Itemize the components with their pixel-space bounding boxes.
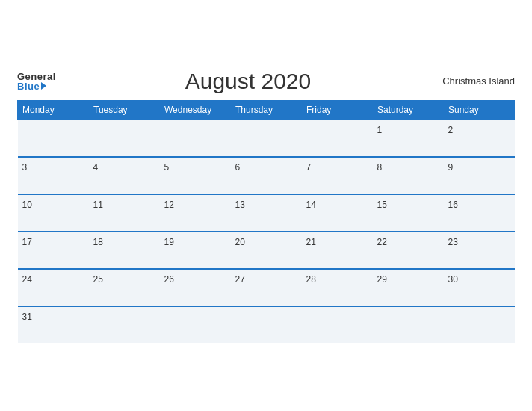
calendar-day-cell: 7: [302, 157, 373, 194]
calendar-day-cell: [89, 306, 160, 343]
calendar-day-cell: [160, 120, 231, 157]
day-number: 28: [306, 274, 316, 285]
calendar-day-cell: 19: [160, 232, 231, 269]
calendar-body: 1234567891011121314151617181920212223242…: [18, 120, 515, 343]
calendar-day-cell: 29: [373, 269, 444, 306]
calendar-day-cell: 16: [444, 194, 515, 232]
day-number: 8: [377, 162, 383, 173]
day-number: 1: [377, 125, 383, 135]
calendar-day-cell: 24: [18, 269, 89, 306]
day-number: 26: [164, 274, 174, 285]
day-number: 3: [22, 162, 28, 173]
calendar-day-cell: 4: [89, 157, 160, 194]
day-number: 15: [377, 200, 387, 210]
calendar-day-cell: [18, 120, 89, 157]
calendar-week-row: 17181920212223: [18, 232, 515, 269]
calendar-wrapper: General Blue August 2020 Christmas Islan…: [8, 61, 524, 350]
logo-blue-text: Blue: [17, 81, 46, 91]
header-wednesday: Wednesday: [160, 100, 231, 120]
calendar-day-cell: 28: [302, 269, 373, 306]
calendar-day-cell: 26: [160, 269, 231, 306]
calendar-day-cell: [160, 306, 231, 343]
header-saturday: Saturday: [373, 100, 444, 120]
calendar-week-row: 3456789: [18, 157, 515, 194]
day-number: 11: [93, 200, 103, 210]
calendar-week-row: 31: [18, 306, 515, 343]
calendar-day-cell: 13: [231, 194, 302, 232]
day-number: 2: [448, 125, 454, 135]
calendar-day-cell: 30: [444, 269, 515, 306]
calendar-day-cell: [231, 120, 302, 157]
calendar-title: August 2020: [56, 69, 440, 94]
calendar-day-cell: 12: [160, 194, 231, 232]
calendar-day-cell: 8: [373, 157, 444, 194]
calendar-day-cell: 11: [89, 194, 160, 232]
day-number: 25: [93, 274, 103, 285]
day-number: 4: [93, 162, 99, 173]
day-number: 30: [448, 274, 458, 285]
logo-triangle-icon: [41, 82, 46, 90]
day-number: 20: [235, 237, 245, 247]
day-number: 12: [164, 200, 174, 210]
day-number: 10: [22, 200, 32, 210]
calendar-day-cell: 14: [302, 194, 373, 232]
day-number: 31: [22, 312, 32, 322]
calendar-day-cell: 6: [231, 157, 302, 194]
location-label: Christmas Island: [440, 75, 515, 87]
calendar-day-cell: 21: [302, 232, 373, 269]
day-number: 21: [306, 237, 316, 247]
header-friday: Friday: [302, 100, 373, 120]
day-number: 24: [22, 274, 32, 285]
calendar-day-cell: 25: [89, 269, 160, 306]
calendar-day-cell: 20: [231, 232, 302, 269]
calendar-day-cell: 17: [18, 232, 89, 269]
calendar-day-cell: 27: [231, 269, 302, 306]
day-number: 6: [235, 162, 241, 173]
calendar-week-row: 24252627282930: [18, 269, 515, 306]
day-number: 17: [22, 237, 32, 247]
calendar-day-cell: [302, 306, 373, 343]
calendar-day-cell: 15: [373, 194, 444, 232]
calendar-week-row: 10111213141516: [18, 194, 515, 232]
calendar-table: Monday Tuesday Wednesday Thursday Friday…: [17, 100, 515, 343]
calendar-day-cell: [89, 120, 160, 157]
calendar-day-cell: 3: [18, 157, 89, 194]
day-number: 16: [448, 200, 458, 210]
calendar-day-cell: [373, 306, 444, 343]
calendar-day-cell: 9: [444, 157, 515, 194]
calendar-day-cell: 18: [89, 232, 160, 269]
calendar-day-cell: [302, 120, 373, 157]
day-number: 5: [164, 162, 170, 173]
calendar-day-cell: 1: [373, 120, 444, 157]
calendar-week-row: 12: [18, 120, 515, 157]
calendar-day-cell: [231, 306, 302, 343]
day-number: 18: [93, 237, 103, 247]
day-number: 19: [164, 237, 174, 247]
calendar-day-cell: 10: [18, 194, 89, 232]
header-tuesday: Tuesday: [89, 100, 160, 120]
day-number: 13: [235, 200, 245, 210]
day-number: 7: [306, 162, 312, 173]
logo: General Blue: [17, 72, 56, 91]
day-number: 23: [448, 237, 458, 247]
day-number: 9: [448, 162, 454, 173]
calendar-day-cell: 23: [444, 232, 515, 269]
calendar-day-cell: 5: [160, 157, 231, 194]
day-number: 27: [235, 274, 245, 285]
day-number: 22: [377, 237, 387, 247]
weekday-header-row: Monday Tuesday Wednesday Thursday Friday…: [18, 100, 515, 120]
logo-general-text: General: [17, 72, 56, 81]
day-number: 29: [377, 274, 387, 285]
calendar-day-cell: 31: [18, 306, 89, 343]
calendar-header: General Blue August 2020 Christmas Islan…: [17, 69, 515, 94]
header-thursday: Thursday: [231, 100, 302, 120]
calendar-day-cell: 2: [444, 120, 515, 157]
calendar-day-cell: [444, 306, 515, 343]
calendar-day-cell: 22: [373, 232, 444, 269]
header-sunday: Sunday: [444, 100, 515, 120]
day-number: 14: [306, 200, 316, 210]
header-monday: Monday: [18, 100, 89, 120]
